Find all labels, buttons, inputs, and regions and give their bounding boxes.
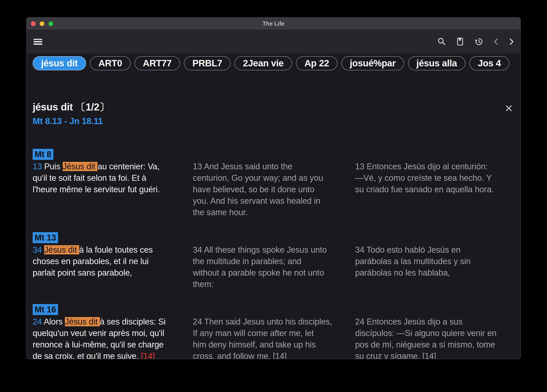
reference-chip[interactable]: Mt 16 bbox=[33, 304, 58, 315]
traffic-light-zoom-button[interactable] bbox=[48, 21, 53, 26]
tab-art77[interactable]: ART77 bbox=[135, 56, 180, 70]
verse-number: 34 bbox=[33, 245, 42, 254]
saved-search-tabs: jésus dit ART0 ART77 PRBL7 2Jean vie Ap … bbox=[27, 54, 520, 70]
column-french: Mt 13 34 Jésus dit à la foule toutes ces… bbox=[33, 232, 189, 290]
close-icon[interactable] bbox=[505, 104, 514, 113]
footnote-ref: [14] bbox=[141, 351, 155, 359]
tab-ap-22[interactable]: Ap 22 bbox=[296, 56, 337, 70]
column-spanish: 34 Todo esto habló Jesús en parábolas a … bbox=[355, 232, 519, 290]
verse-text-french: 34 Jésus dit à la foule toutes ces chose… bbox=[33, 244, 189, 278]
reference-chip[interactable]: Mt 8 bbox=[33, 149, 53, 160]
titlebar: The Life bbox=[27, 18, 520, 30]
verse-text-english: 13 And Jesus said unto the centurion, Go… bbox=[193, 161, 352, 218]
match-highlight: Jésus dit bbox=[63, 162, 98, 171]
search-icon[interactable] bbox=[437, 37, 446, 46]
column-spanish: 24 Entonces Jesús dijo a sus discípulos:… bbox=[355, 304, 519, 359]
verse-text-spanish: 13 Entonces Jesús dijo al centurión: —Vé… bbox=[355, 161, 519, 195]
verse-text-french: 13 Puis Jésus dit au centenier: Va, qu'i… bbox=[33, 161, 189, 195]
results-title: jésus dit 〔1/2〕 bbox=[33, 100, 520, 114]
reference-chip[interactable]: Mt 13 bbox=[33, 232, 58, 243]
match-highlight: Jésus dit bbox=[65, 317, 100, 326]
results-range: Mt 8.13 - Jn 18.11 bbox=[33, 116, 520, 126]
verse-results: Mt 8 13 Puis Jésus dit au centenier: Va,… bbox=[33, 149, 520, 359]
tab-jesus-alla[interactable]: jésus alla bbox=[408, 56, 465, 70]
verse-text-french: 24 Alors Jésus dit à ses disciples: Si q… bbox=[33, 316, 189, 359]
verse-number: 24 bbox=[33, 317, 42, 326]
match-highlight: Jésus dit bbox=[44, 245, 79, 254]
column-french: Mt 8 13 Puis Jésus dit au centenier: Va,… bbox=[33, 149, 189, 218]
bookmark-icon[interactable] bbox=[455, 37, 465, 46]
results-panel: jésus dit 〔1/2〕 Mt 8.13 - Jn 18.11 Mt 8 … bbox=[27, 100, 520, 359]
app-window: The Life bbox=[26, 17, 521, 359]
results-header: jésus dit 〔1/2〕 Mt 8.13 - Jn 18.11 bbox=[33, 100, 520, 126]
column-french: Mt 16 24 Alors Jésus dit à ses disciples… bbox=[33, 304, 189, 359]
traffic-lights bbox=[31, 18, 53, 30]
verse-text-english: 24 Then said Jesus unto his disciples, I… bbox=[193, 316, 352, 359]
tab-josue-par[interactable]: josué%par bbox=[342, 56, 404, 70]
verse-block: Mt 16 24 Alors Jésus dit à ses disciples… bbox=[33, 304, 520, 359]
tab-jesus-dit[interactable]: jésus dit bbox=[33, 56, 86, 70]
back-chevron-icon[interactable] bbox=[493, 37, 499, 46]
forward-chevron-icon[interactable] bbox=[508, 37, 515, 46]
column-english: 24 Then said Jesus unto his disciples, I… bbox=[193, 304, 352, 359]
hamburger-bars bbox=[34, 39, 42, 45]
column-english: 34 All these things spoke Jesus unto the… bbox=[193, 232, 352, 290]
traffic-light-close-button[interactable] bbox=[31, 21, 35, 26]
toolbar-icons bbox=[437, 37, 515, 46]
column-english: 13 And Jesus said unto the centurion, Go… bbox=[193, 149, 352, 218]
verse-block: Mt 13 34 Jésus dit à la foule toutes ces… bbox=[33, 232, 520, 290]
verse-text-spanish: 24 Entonces Jesús dijo a sus discípulos:… bbox=[355, 316, 519, 359]
verse-number: 13 bbox=[33, 162, 42, 171]
toolbar bbox=[27, 30, 520, 54]
verse-text-spanish: 34 Todo esto habló Jesús en parábolas a … bbox=[355, 244, 519, 278]
history-icon[interactable] bbox=[474, 37, 484, 46]
traffic-light-minimize-button[interactable] bbox=[40, 21, 44, 26]
tab-jos-4[interactable]: Jos 4 bbox=[469, 56, 509, 70]
tab-2jean-vie[interactable]: 2Jean vie bbox=[234, 56, 292, 70]
tab-art0[interactable]: ART0 bbox=[90, 56, 130, 70]
verse-block: Mt 8 13 Puis Jésus dit au centenier: Va,… bbox=[33, 149, 520, 218]
tab-prbl7[interactable]: PRBL7 bbox=[184, 56, 231, 70]
window-title: The Life bbox=[262, 20, 285, 27]
column-spanish: 13 Entonces Jesús dijo al centurión: —Vé… bbox=[355, 149, 519, 218]
verse-text-english: 34 All these things spoke Jesus unto the… bbox=[193, 244, 352, 290]
hamburger-menu-icon[interactable] bbox=[34, 39, 42, 45]
